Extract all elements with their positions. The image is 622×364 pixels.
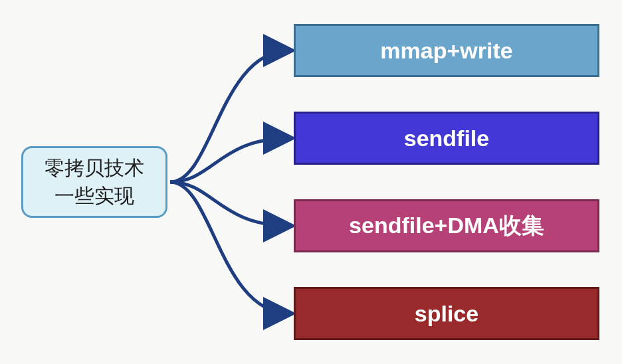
source-node: 零拷贝技术一些实现 [21, 146, 167, 218]
target-label: splice [415, 301, 478, 327]
target-label: sendfile [404, 126, 489, 151]
source-label: 零拷贝技术一些实现 [45, 154, 144, 210]
target-node-sendfile-dma: sendfile+DMA收集 [294, 199, 599, 252]
target-label: mmap+write [380, 38, 512, 64]
target-node-splice: splice [294, 287, 599, 340]
target-node-sendfile: sendfile [294, 112, 599, 165]
target-node-mmap-write: mmap+write [294, 24, 599, 77]
target-label: sendfile+DMA收集 [349, 211, 544, 241]
